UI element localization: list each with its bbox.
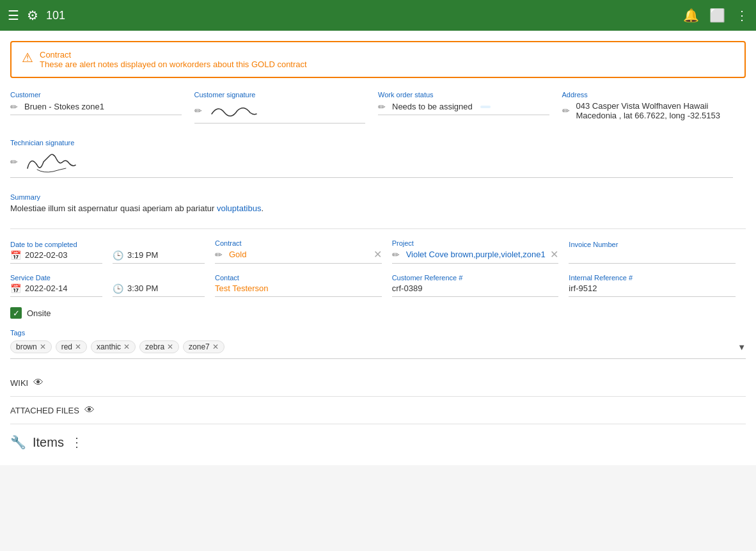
contact-label: Contact [215,274,382,282]
service-time-value: 🕒 3:30 PM [113,283,205,297]
technician-signature-label: Technician signature [10,139,733,147]
contact-group: Contact Test Testerson [215,274,392,297]
tag-xanthic-text: xanthic [97,342,121,351]
more-icon[interactable]: ⋮ [736,8,748,23]
contract-label: Contract [215,239,382,247]
wiki-label: WIKI [10,378,28,388]
summary-link[interactable]: voluptatibus [217,204,261,213]
technician-signature-group: Technician signature ✏ [10,139,746,178]
time-completed-group: 🕒 3:19 PM [113,241,215,264]
customer-ref-value: crf-0389 [392,283,559,297]
internal-ref-value: irf-9512 [569,283,736,297]
info-row-2: Technician signature ✏ [10,139,746,178]
tag-red: red ✕ [56,340,87,353]
date-completed-label: Date to be completed [10,241,102,248]
customer-signature-value: ✏ [194,101,366,124]
customer-ref-group: Customer Reference # crf-0389 [392,274,569,297]
tags-dropdown-icon[interactable]: ▼ [737,342,746,352]
summary-text: Molestiae illum sit aspernatur quasi ape… [10,204,746,213]
save-icon[interactable]: ⬜ [709,8,725,23]
customer-signature-edit-icon[interactable]: ✏ [194,106,202,116]
date-completed-value: 📅 2022-02-03 [10,250,102,264]
time-completed-value: 🕒 3:19 PM [113,250,205,264]
tag-zebra-remove[interactable]: ✕ [167,342,173,351]
attached-files-section: ATTACHED FILES 👁 [10,397,746,424]
wiki-eye-icon[interactable]: 👁 [33,377,43,388]
form-row-2: Service Date 📅 2022-02-14 🕒 3:30 PM Cont… [10,274,746,297]
status-badge [480,106,491,108]
tag-zone7: zone7 ✕ [183,340,224,353]
contract-group: Contract ✏ Gold ✕ [215,239,392,264]
invoice-number-value[interactable] [569,250,736,264]
contract-edit-icon[interactable]: ✏ [215,250,223,260]
contract-clear-icon[interactable]: ✕ [374,248,382,260]
tag-red-remove[interactable]: ✕ [75,342,81,351]
menu-icon[interactable]: ☰ [8,8,19,23]
date-completed-text: 2022-02-03 [25,250,68,260]
invoice-number-group: Invoice Number [569,241,746,264]
technician-signature-edit-icon[interactable]: ✏ [10,157,18,167]
service-date-value: 📅 2022-02-14 [10,283,102,297]
tag-xanthic-remove[interactable]: ✕ [123,342,130,351]
divider-1 [10,228,746,229]
date-calendar-icon[interactable]: 📅 [10,250,21,260]
onsite-label: Onsite [27,308,51,318]
onsite-checkbox[interactable]: ✓ [10,307,22,319]
items-menu-icon[interactable]: ⋮ [70,435,83,450]
address-edit-icon[interactable]: ✏ [562,106,570,116]
items-section: 🔧 Items ⋮ [10,424,746,455]
tags-row: brown ✕ red ✕ xanthic ✕ zebra ✕ zone7 ✕ … [10,340,746,359]
alert-title: Contract [40,50,307,60]
workorder-status-text: Needs to be assigned [392,102,473,111]
internal-ref-group: Internal Reference # irf-9512 [569,274,746,297]
settings-icon[interactable]: ⚙ [27,8,38,23]
tag-red-text: red [61,342,72,351]
project-label: Project [392,239,559,247]
address-value: ✏ 043 Casper Vista Wolfhaven Hawaii Mace… [562,101,734,123]
time-completed-label [113,241,205,248]
time-completed-text: 3:19 PM [127,250,158,260]
tag-brown: brown ✕ [10,340,52,353]
main-content: ⚠ Contract These are alert notes display… [0,31,756,465]
address-group: Address ✏ 043 Casper Vista Wolfhaven Haw… [562,91,746,123]
contact-value: Test Testerson [215,283,382,297]
internal-ref-label: Internal Reference # [569,274,736,282]
customer-ref-text: crf-0389 [392,283,423,293]
workorder-status-edit-icon[interactable]: ✏ [378,102,386,112]
workorder-status-label: Work order status [378,91,549,99]
summary-label: Summary [10,193,746,201]
tag-zebra: zebra ✕ [139,340,179,353]
tag-zebra-text: zebra [145,342,164,351]
onsite-checkbox-row: ✓ Onsite [10,307,746,319]
project-group: Project ✏ Violet Cove brown,purple,viole… [392,239,569,264]
service-date-calendar-icon[interactable]: 📅 [10,283,21,294]
technician-signature-svg [24,149,82,175]
attached-files-eye-icon[interactable]: 👁 [84,404,95,416]
service-time-icon: 🕒 [113,283,123,294]
page-title: 101 [46,9,65,22]
tag-brown-remove[interactable]: ✕ [40,342,46,351]
service-date-group: Service Date 📅 2022-02-14 [10,274,113,297]
bell-icon[interactable]: 🔔 [683,8,699,23]
project-clear-icon[interactable]: ✕ [550,248,558,260]
time-icon: 🕒 [113,250,123,260]
service-date-label: Service Date [10,274,102,282]
internal-ref-text: irf-9512 [569,283,597,293]
invoice-number-label: Invoice Number [569,241,736,248]
customer-edit-icon[interactable]: ✏ [10,102,18,112]
project-edit-icon[interactable]: ✏ [392,250,400,260]
tag-zone7-remove[interactable]: ✕ [212,342,219,351]
tag-xanthic: xanthic ✕ [91,340,136,353]
customer-label: Customer [10,91,182,99]
service-time-group: 🕒 3:30 PM [113,274,215,297]
customer-signature-group: Customer signature ✏ [194,91,379,124]
service-time-text: 3:30 PM [127,283,158,293]
alert-banner: ⚠ Contract These are alert notes display… [10,41,746,78]
wiki-section: WIKI 👁 [10,369,746,397]
attached-files-label: ATTACHED FILES [10,406,79,415]
customer-signature-label: Customer signature [194,91,366,99]
workorder-status-group: Work order status ✏ Needs to be assigned [378,91,562,115]
service-time-label [113,274,205,282]
service-date-text: 2022-02-14 [25,283,68,293]
workorder-status-value: ✏ Needs to be assigned [378,101,549,115]
